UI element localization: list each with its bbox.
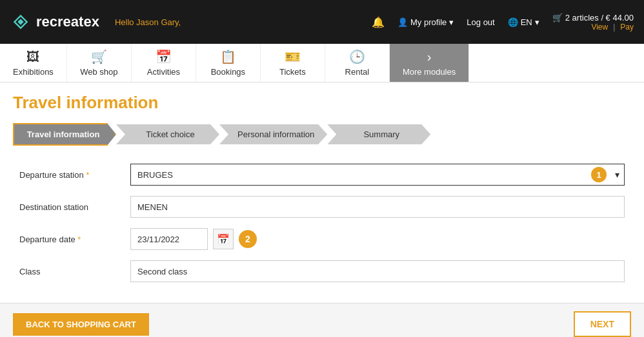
more-icon: ›	[427, 50, 432, 64]
logo-text: recreatex	[36, 14, 99, 30]
step-personal-label: Personal information	[219, 124, 327, 144]
next-button[interactable]: NEXT	[574, 311, 631, 337]
page-title: Travel information	[13, 93, 631, 113]
exhibitions-icon: 🖼	[26, 50, 39, 64]
svg-marker-1	[17, 19, 24, 25]
nav-exhibitions-label: Exhibitions	[13, 67, 54, 77]
bell-icon[interactable]: 🔔	[372, 16, 385, 28]
cart-count: 🛒 2 articles / € 44.00	[552, 13, 634, 23]
steps-breadcrumb: Travel information Ticket choice Persona…	[13, 123, 631, 146]
webshop-icon: 🛒	[91, 49, 107, 64]
cart-section: 🛒 2 articles / € 44.00 View | Pay	[552, 13, 634, 32]
departure-station-row: Departure station * BRUGES 1 ▾	[19, 164, 625, 186]
step-travel[interactable]: Travel information	[13, 123, 116, 146]
travel-form: Departure station * BRUGES 1 ▾ Destinati…	[13, 164, 631, 282]
nav-activities-label: Activities	[147, 67, 180, 77]
step-travel-label: Travel information	[13, 123, 116, 146]
profile-link[interactable]: 👤 My profile ▾	[397, 17, 454, 27]
required-star-1: *	[86, 170, 89, 180]
pay-link[interactable]: Pay	[620, 23, 634, 32]
nav-more-label: More modules	[403, 67, 456, 77]
nav-rental[interactable]: 🕒 Rental	[325, 44, 390, 82]
header-right: 🔔 👤 My profile ▾ Log out 🌐 EN ▾ 🛒 2 arti…	[372, 13, 634, 32]
departure-date-row: Departure date * 📅 2	[19, 228, 625, 250]
main-content: Travel information Travel information Ti…	[0, 82, 644, 303]
rental-icon: 🕒	[349, 49, 365, 64]
destination-station-input[interactable]	[130, 196, 625, 218]
nav-tickets-label: Tickets	[279, 67, 306, 77]
logout-link[interactable]: Log out	[467, 17, 494, 27]
step-summary-label: Summary	[327, 124, 430, 144]
tickets-icon: 🎫	[285, 49, 301, 64]
required-star-2: *	[77, 235, 81, 244]
bookings-icon: 📋	[220, 49, 236, 64]
step-ticket-label: Ticket choice	[116, 124, 219, 144]
nav-bookings[interactable]: 📋 Bookings	[196, 44, 261, 82]
cart-actions: View | Pay	[591, 23, 634, 32]
nav-activities[interactable]: 📅 Activities	[132, 44, 196, 82]
class-label: Class	[19, 267, 123, 276]
navbar: 🖼 Exhibitions 🛒 Web shop 📅 Activities 📋 …	[0, 44, 644, 82]
back-to-cart-button[interactable]: BACK TO SHOPPING CART	[13, 313, 149, 336]
logo-icon	[10, 12, 31, 32]
step-summary[interactable]: Summary	[327, 123, 430, 146]
nav-bookings-label: Bookings	[211, 67, 245, 77]
date-badge: 2	[239, 230, 257, 248]
nav-more[interactable]: › More modules	[390, 44, 469, 82]
date-wrapper: 📅 2	[130, 228, 257, 250]
class-row: Class	[19, 260, 625, 282]
header: recreatex Hello Jason Gary, 🔔 👤 My profi…	[0, 0, 644, 44]
destination-station-row: Destination station	[19, 196, 625, 218]
hello-text: Hello Jason Gary,	[115, 17, 181, 27]
step-personal[interactable]: Personal information	[219, 123, 327, 146]
departure-station-wrapper: BRUGES 1 ▾	[130, 164, 625, 186]
nav-webshop[interactable]: 🛒 Web shop	[67, 44, 132, 82]
pipe-divider: |	[613, 23, 615, 32]
departure-station-select[interactable]: BRUGES	[130, 164, 625, 186]
nav-webshop-label: Web shop	[80, 67, 117, 77]
footer-bar: BACK TO SHOPPING CART NEXT	[0, 303, 644, 337]
step-ticket[interactable]: Ticket choice	[116, 123, 219, 146]
class-input[interactable]	[130, 260, 625, 282]
nav-exhibitions[interactable]: 🖼 Exhibitions	[0, 44, 67, 82]
language-selector[interactable]: 🌐 EN ▾	[508, 17, 539, 27]
view-link[interactable]: View	[591, 23, 608, 32]
nav-rental-label: Rental	[345, 67, 370, 77]
departure-station-label: Departure station *	[19, 170, 123, 180]
destination-station-label: Destination station	[19, 202, 123, 212]
departure-date-label: Departure date *	[19, 235, 123, 244]
calendar-button[interactable]: 📅	[213, 229, 234, 249]
nav-tickets[interactable]: 🎫 Tickets	[261, 44, 325, 82]
logo: recreatex	[10, 12, 99, 32]
departure-date-input[interactable]	[130, 228, 208, 250]
activities-icon: 📅	[156, 49, 172, 64]
